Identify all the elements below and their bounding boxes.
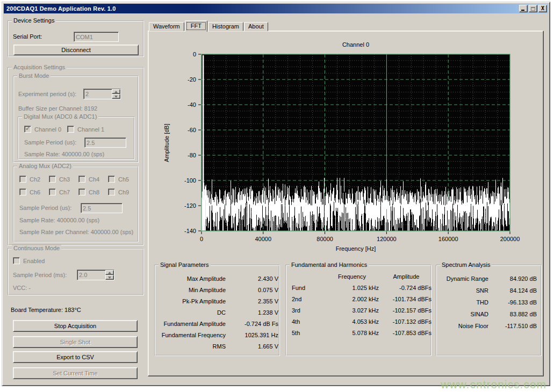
table-cell: 2nd bbox=[292, 296, 323, 302]
analog-channel-ch5-checkbox-item[interactable]: Ch5 bbox=[108, 176, 129, 183]
table-cell: 1025.391 Hz bbox=[231, 332, 278, 338]
continuous-mode-title: Continuous Mode bbox=[12, 245, 61, 251]
y-tick-label: -120 bbox=[184, 202, 196, 209]
tab-fft[interactable]: FFT bbox=[185, 20, 207, 32]
disconnect-button[interactable]: Disconnect bbox=[13, 45, 139, 55]
device-settings-title: Device Settings bbox=[12, 17, 56, 24]
table-cell: Noise Floor bbox=[440, 323, 488, 329]
table-cell: DC bbox=[159, 309, 226, 316]
experiment-period-spinner[interactable] bbox=[83, 89, 121, 99]
channel0-checkbox-item[interactable]: ✓ Channel 0 bbox=[24, 126, 61, 133]
watermark: www.cntronics.com bbox=[441, 378, 546, 391]
set-current-time-button[interactable]: Set Current Time bbox=[13, 367, 138, 379]
export-to-csv-button[interactable]: Export to CSV bbox=[13, 351, 138, 363]
x-tick-label: 200000 bbox=[500, 236, 520, 242]
continuous-sample-period-label: Sample Period (ms): bbox=[13, 272, 67, 278]
table-cell: 3rd bbox=[292, 307, 323, 314]
table-cell: 4.053 kHz bbox=[325, 318, 379, 325]
continuous-enabled-checkbox-item[interactable]: Enabled bbox=[13, 257, 45, 264]
tab-histogram[interactable]: Histogram bbox=[208, 22, 243, 31]
tab-waveform[interactable]: Waveform bbox=[149, 22, 184, 31]
chart-title: Channel 0 bbox=[342, 41, 369, 48]
analog-sample-rate-label: Sample Rate: 400000.00 (sps) bbox=[19, 217, 99, 223]
minimize-button[interactable] bbox=[519, 5, 528, 12]
spinner-up-icon bbox=[108, 272, 111, 274]
table-cell: 1.238 V bbox=[231, 309, 278, 316]
checkbox-label: Ch9 bbox=[118, 189, 129, 195]
checkbox-unchecked-icon bbox=[13, 257, 20, 264]
spinner-up-icon bbox=[114, 91, 118, 93]
device-settings-group: Device Settings Serial Port: Disconnect bbox=[8, 20, 144, 57]
analog-channel-ch7-checkbox-item[interactable]: Ch7 bbox=[49, 188, 70, 195]
checkbox-label: Ch8 bbox=[89, 189, 99, 195]
checkbox-label: Ch7 bbox=[59, 189, 70, 195]
serial-port-input[interactable] bbox=[74, 32, 119, 42]
table-cell: -0.724 dB Fs bbox=[231, 321, 278, 327]
tab-about[interactable]: About bbox=[244, 22, 268, 31]
spinner-up-button[interactable] bbox=[105, 270, 114, 275]
checkbox-unchecked-icon bbox=[67, 126, 74, 133]
analog-channel-ch3-checkbox-item[interactable]: Ch3 bbox=[49, 176, 70, 183]
window-title: 200CDAQ1 Demo Application Rev. 1.0 bbox=[6, 5, 116, 12]
y-tick-label: -80 bbox=[188, 152, 196, 158]
table-cell bbox=[292, 273, 323, 280]
caption-buttons: X bbox=[519, 5, 547, 12]
single-shot-button[interactable]: Single Shot bbox=[13, 336, 138, 348]
table-cell: RMS bbox=[159, 343, 226, 350]
analog-channel-ch6-checkbox-item[interactable]: Ch6 bbox=[19, 188, 40, 195]
table-cell: 2.002 kHz bbox=[325, 296, 379, 302]
analog-channel-ch2-checkbox-item[interactable]: Ch2 bbox=[19, 176, 40, 183]
table-cell: -0.724 dBFs bbox=[381, 285, 431, 291]
checkbox-unchecked-icon bbox=[49, 188, 56, 195]
table-cell: 84.920 dB bbox=[491, 275, 537, 282]
channel1-checkbox-item[interactable]: Channel 1 bbox=[67, 126, 104, 133]
y-tick-label: 0 bbox=[193, 51, 196, 57]
checkbox-label: Ch4 bbox=[89, 176, 99, 183]
spectrum-analysis-group: Spectrum Analysis Dynamic Range84.920 dB… bbox=[436, 265, 542, 356]
table-cell: 5.078 kHz bbox=[325, 330, 379, 336]
continuous-period-spinner[interactable] bbox=[77, 270, 114, 280]
checkbox-checked-icon: ✓ bbox=[24, 126, 31, 133]
stop-acquisition-button[interactable]: Stop Acquisition bbox=[13, 320, 138, 332]
close-button[interactable]: X bbox=[538, 5, 547, 12]
table-cell: -102.157 dBFs bbox=[381, 307, 431, 314]
analog-channel-ch8-checkbox-item[interactable]: Ch8 bbox=[78, 188, 99, 195]
spinner-down-button[interactable] bbox=[112, 94, 120, 99]
fft-tab-panel: 040000800001200001600002000000-20-40-60-… bbox=[148, 31, 544, 376]
spinner-down-icon bbox=[114, 96, 118, 98]
y-tick-label: -140 bbox=[184, 228, 196, 234]
spinner-down-button[interactable] bbox=[105, 275, 114, 280]
buffer-size-label: Buffer Size per Channel: 8192 bbox=[18, 105, 97, 112]
analog-sample-period-input[interactable] bbox=[81, 203, 123, 213]
single-shot-label: Single Shot bbox=[60, 339, 90, 345]
titlebar[interactable]: 200CDAQ1 Demo Application Rev. 1.0 X bbox=[4, 4, 548, 13]
digital-sample-period-input[interactable] bbox=[84, 137, 126, 148]
check-icon: ✓ bbox=[25, 125, 31, 132]
digital-sample-rate-label: Sample Rate: 400000.00 (sps) bbox=[24, 151, 104, 157]
spectrum-analysis-table: Dynamic Range84.920 dBSNR84.124 dBTHD-96… bbox=[440, 275, 537, 329]
set-current-time-label: Set Current Time bbox=[53, 370, 97, 376]
table-cell: 2.430 V bbox=[231, 275, 278, 282]
signal-parameters-table: Max Amplitude2.430 VMin Amplitude0.075 V… bbox=[159, 275, 278, 350]
table-cell: 3.027 kHz bbox=[325, 307, 379, 314]
digital-sample-period-label: Sample Period (us): bbox=[24, 139, 76, 146]
checkbox-unchecked-icon bbox=[19, 176, 26, 183]
spinner-down-icon bbox=[108, 277, 111, 279]
channel1-label: Channel 1 bbox=[77, 126, 104, 133]
analog-channel-ch9-checkbox-item[interactable]: Ch9 bbox=[108, 188, 129, 195]
digital-mux-group: Digital Mux (ADC0 & ADC1) ✓ Channel 0 Ch… bbox=[18, 117, 135, 159]
maximize-button[interactable] bbox=[529, 5, 537, 12]
y-tick-label: -40 bbox=[188, 101, 196, 108]
burst-mode-group: Burst Mode Experiment period (s): Buffer… bbox=[13, 76, 139, 163]
signal-parameters-group: Signal Parameters Max Amplitude2.430 VMi… bbox=[154, 265, 280, 356]
x-axis-label: Frequency [Hz] bbox=[336, 245, 376, 252]
analog-channel-ch4-checkbox-item[interactable]: Ch4 bbox=[78, 176, 99, 183]
spinner-up-button[interactable] bbox=[112, 89, 120, 94]
table-cell: SINAD bbox=[440, 311, 488, 317]
y-tick-label: -20 bbox=[188, 76, 196, 83]
table-cell: Fundamental Amplitude bbox=[159, 321, 226, 327]
analog-sample-rate-per-channel-label: Sample Rate per Channel: 400000.00 (sps) bbox=[19, 229, 133, 235]
table-cell: -96.133 dB bbox=[491, 299, 537, 306]
spinner-buttons bbox=[112, 89, 120, 99]
spinner-buttons bbox=[105, 270, 114, 280]
